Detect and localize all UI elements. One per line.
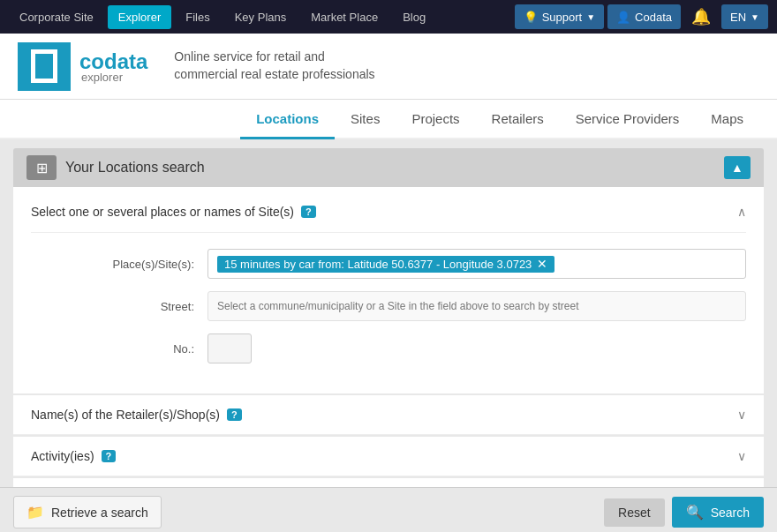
support-label: Support [542, 11, 583, 24]
search-panel-header-left: ⊞ Your Locations search [26, 155, 205, 180]
nav-explorer[interactable]: Explorer [108, 5, 171, 29]
lang-button[interactable]: EN ▼ [721, 4, 768, 29]
nav-key-plans[interactable]: Key Plans [224, 5, 298, 29]
activity-section: Activity(ies) ? ∨ [13, 437, 764, 476]
places-title-text: Select one or several places or names of… [31, 205, 294, 219]
tag-remove-icon[interactable]: ✕ [537, 258, 547, 270]
collapse-panel-button[interactable]: ▲ [724, 156, 751, 179]
search-grid-icon: ⊞ [26, 155, 57, 180]
retailer-help-badge[interactable]: ? [227, 408, 242, 421]
logo-box [18, 42, 71, 91]
nav-corporate-site[interactable]: Corporate Site [9, 5, 104, 29]
street-row: Street: [31, 291, 746, 321]
search-panel-title: Your Locations search [65, 160, 205, 176]
places-input-area: 15 minutes by car from: Latitude 50.6377… [207, 249, 746, 279]
no-input-area [207, 333, 746, 363]
nav-blog[interactable]: Blog [392, 5, 436, 29]
retailer-expand-icon[interactable]: ∨ [737, 408, 746, 422]
user-label: Codata [635, 11, 672, 24]
activity-title: Activity(ies) [31, 449, 94, 463]
places-label: Place(s)/Site(s): [31, 258, 207, 271]
places-help-badge[interactable]: ? [301, 206, 316, 218]
search-panel-header: ⊞ Your Locations search ▲ [13, 148, 764, 187]
main-nav: Locations Sites Projects Retailers Servi… [0, 100, 777, 139]
places-section-title: Select one or several places or names of… [31, 205, 316, 219]
activity-help-badge[interactable]: ? [102, 450, 117, 462]
lang-label: EN [730, 11, 746, 24]
mainnav-service-providers[interactable]: Service Providers [560, 101, 696, 139]
nav-files[interactable]: Files [175, 5, 220, 29]
tagline-line2: commercial real estate professionals [174, 67, 374, 81]
retrieve-label: Retrieve a search [51, 506, 148, 520]
support-button[interactable]: 💡 Support ▼ [515, 4, 604, 29]
search-btn-icon: 🔍 [686, 504, 704, 521]
header: codata explorer Online service for retai… [0, 34, 777, 100]
logo-text: codata explorer [79, 49, 147, 84]
logo-codata: codata [79, 49, 147, 73]
no-row: No.: [31, 333, 746, 363]
user-button[interactable]: 👤 Codata [607, 4, 681, 29]
support-icon: 💡 [524, 11, 538, 24]
places-input[interactable]: 15 minutes by car from: Latitude 50.6377… [207, 249, 746, 279]
bottom-right: Reset 🔍 Search [604, 497, 764, 528]
user-icon: 👤 [616, 11, 630, 24]
places-collapse-icon[interactable]: ∧ [737, 205, 746, 219]
top-nav-right: 💡 Support ▼ 👤 Codata 🔔 EN ▼ [515, 4, 768, 30]
tagline-line1: Online service for retail and [174, 49, 324, 64]
street-label: Street: [31, 300, 207, 313]
places-section-header: Select one or several places or names of… [31, 205, 746, 233]
notification-icon[interactable]: 🔔 [684, 4, 718, 30]
retrieve-search-button[interactable]: 📁 Retrieve a search [13, 496, 162, 528]
logo-inner [31, 49, 57, 83]
places-section: Select one or several places or names of… [13, 187, 764, 393]
mainnav-locations[interactable]: Locations [240, 101, 335, 139]
mainnav-sites[interactable]: Sites [335, 101, 396, 139]
lang-chevron-icon: ▼ [751, 12, 759, 22]
mainnav-retailers[interactable]: Retailers [476, 101, 560, 139]
header-tagline: Online service for retail and commercial… [174, 49, 374, 83]
retailer-section: Name(s) of the Retailer(s)/Shop(s) ? ∨ [13, 395, 764, 435]
no-label: No.: [31, 342, 207, 356]
content-area: ⊞ Your Locations search ▲ Select one or … [0, 139, 777, 532]
nav-market-place[interactable]: Market Place [300, 5, 388, 29]
street-input[interactable] [207, 291, 746, 321]
search-button[interactable]: 🔍 Search [672, 497, 764, 528]
retailer-section-title-area: Name(s) of the Retailer(s)/Shop(s) ? [31, 408, 242, 422]
tag-text: 15 minutes by car from: Latitude 50.6377… [224, 258, 532, 271]
places-row: Place(s)/Site(s): 15 minutes by car from… [31, 249, 746, 279]
top-nav: Corporate Site Explorer Files Key Plans … [0, 0, 777, 34]
bottom-bar: 📁 Retrieve a search Reset 🔍 Search [0, 487, 777, 532]
street-input-area [207, 291, 746, 321]
reset-button[interactable]: Reset [604, 498, 665, 527]
retailer-title: Name(s) of the Retailer(s)/Shop(s) [31, 408, 220, 422]
places-tag: 15 minutes by car from: Latitude 50.6377… [217, 256, 554, 273]
logo-area: codata explorer [18, 42, 147, 91]
activity-section-title-area: Activity(ies) ? [31, 449, 116, 463]
mainnav-projects[interactable]: Projects [396, 101, 475, 139]
activity-section-header[interactable]: Activity(ies) ? ∨ [13, 437, 764, 476]
logo-blue [35, 54, 53, 79]
activity-expand-icon[interactable]: ∨ [737, 449, 746, 463]
retrieve-icon: 📁 [26, 504, 44, 521]
retailer-section-header[interactable]: Name(s) of the Retailer(s)/Shop(s) ? ∨ [13, 395, 764, 435]
no-input[interactable] [207, 333, 252, 363]
search-btn-label: Search [711, 506, 750, 520]
support-chevron-icon: ▼ [586, 12, 595, 22]
mainnav-maps[interactable]: Maps [695, 101, 759, 139]
